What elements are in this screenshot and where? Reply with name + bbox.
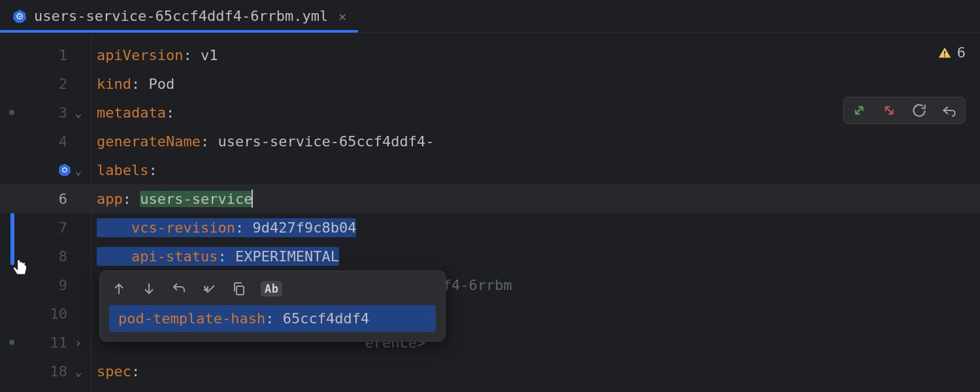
editor-tab[interactable]: users-service-65ccf4ddf4-6rrbm.yml ✕ bbox=[0, 0, 358, 32]
apply-icon[interactable] bbox=[201, 280, 218, 297]
line-number: 11 bbox=[41, 335, 67, 351]
line-number: 2 bbox=[41, 76, 67, 92]
selection: api-status: EXPERIMENTAL bbox=[97, 247, 339, 266]
push-icon[interactable] bbox=[850, 101, 868, 120]
gutter-row: 7 bbox=[0, 213, 91, 242]
gutter-row: 6 bbox=[0, 184, 91, 213]
svg-point-2 bbox=[19, 15, 21, 17]
fold-open-icon[interactable]: ⌄ bbox=[73, 365, 84, 378]
refresh-icon[interactable] bbox=[910, 101, 928, 120]
kubernetes-icon bbox=[12, 8, 27, 24]
line-number: 1 bbox=[41, 47, 67, 63]
diff-key: pod-template-hash bbox=[118, 310, 265, 327]
fold-closed-icon[interactable]: › bbox=[73, 336, 84, 350]
code-line[interactable]: kind: Pod bbox=[91, 69, 980, 98]
fold-open-icon[interactable]: ⌄ bbox=[73, 106, 84, 120]
code-line[interactable]: generateName: users-service-65ccf4ddf4- bbox=[91, 127, 980, 155]
code-line[interactable]: spec: bbox=[91, 357, 980, 385]
highlight-toggle[interactable]: Ab bbox=[261, 281, 282, 297]
line-number: 10 bbox=[41, 306, 67, 322]
diff-popup-toolbar: Ab bbox=[109, 278, 436, 305]
gutter-row: 8 bbox=[0, 242, 91, 270]
tab-bar: users-service-65ccf4ddf4-6rrbm.yml ✕ bbox=[0, 0, 980, 33]
line-number: 8 bbox=[41, 248, 67, 265]
kubernetes-toolbar bbox=[843, 97, 966, 124]
copy-icon[interactable] bbox=[231, 280, 248, 297]
selection: vcs-revision: 9d427f9c8b04 bbox=[97, 218, 356, 237]
line-number: 18 bbox=[41, 363, 67, 380]
gutter-row: 2 bbox=[0, 69, 91, 98]
diff-line: pod-template-hash: 65ccf4ddf4 bbox=[109, 305, 436, 332]
line-number: 7 bbox=[41, 220, 67, 236]
close-icon[interactable]: ✕ bbox=[338, 8, 346, 24]
line-number: 6 bbox=[41, 191, 67, 207]
arrow-up-icon[interactable] bbox=[110, 280, 127, 297]
diff-sep: : bbox=[265, 310, 283, 327]
gutter-row: 5⌄ bbox=[0, 155, 91, 184]
gutter-row: 11› bbox=[0, 328, 91, 357]
gutter-row: 1 bbox=[0, 41, 91, 69]
warning-icon bbox=[938, 46, 952, 60]
undo-icon[interactable] bbox=[171, 280, 188, 297]
fold-open-icon[interactable]: ⌄ bbox=[73, 163, 84, 177]
svg-rect-5 bbox=[944, 51, 945, 54]
tab-filename: users-service-65ccf4ddf4-6rrbm.yml bbox=[34, 8, 328, 24]
code-line[interactable]: api-status: EXPERIMENTAL bbox=[91, 242, 980, 270]
breakpoint-dot[interactable] bbox=[9, 340, 14, 345]
svg-marker-3 bbox=[59, 164, 71, 176]
line-number: 4 bbox=[41, 133, 67, 150]
gutter: 123⌄45⌄67891011›18⌄ bbox=[0, 33, 91, 392]
kubernetes-gutter-icon[interactable] bbox=[57, 163, 72, 177]
diff-popup: Ab pod-template-hash: 65ccf4ddf4 bbox=[99, 270, 446, 342]
diff-val: 65ccf4ddf4 bbox=[283, 310, 369, 327]
code-line[interactable]: apiVersion: v1 bbox=[91, 41, 980, 69]
line-number: 3 bbox=[41, 105, 67, 121]
code-line[interactable]: labels: bbox=[91, 155, 980, 184]
breakpoint-dot[interactable] bbox=[9, 110, 14, 115]
gutter-row: 9 bbox=[0, 270, 91, 299]
line-number: 9 bbox=[41, 277, 67, 293]
gutter-row: 10 bbox=[0, 299, 91, 328]
pull-icon[interactable] bbox=[880, 101, 898, 120]
gutter-row: 18⌄ bbox=[0, 357, 91, 385]
code-line[interactable]: vcs-revision: 9d427f9c8b04 bbox=[91, 213, 980, 242]
svg-rect-7 bbox=[237, 286, 244, 295]
code-line[interactable]: app: users-service bbox=[91, 184, 980, 213]
warning-badge[interactable]: 6 bbox=[938, 44, 966, 61]
svg-rect-6 bbox=[944, 55, 945, 56]
gutter-row: 4 bbox=[0, 127, 91, 155]
text-caret bbox=[252, 189, 253, 208]
rollback-icon[interactable] bbox=[940, 101, 958, 120]
gutter-row: 3⌄ bbox=[0, 98, 91, 127]
arrow-down-icon[interactable] bbox=[140, 280, 157, 297]
editor: 123⌄45⌄67891011›18⌄ apiVersion: v1kind: … bbox=[0, 33, 980, 392]
warning-count: 6 bbox=[957, 44, 966, 61]
